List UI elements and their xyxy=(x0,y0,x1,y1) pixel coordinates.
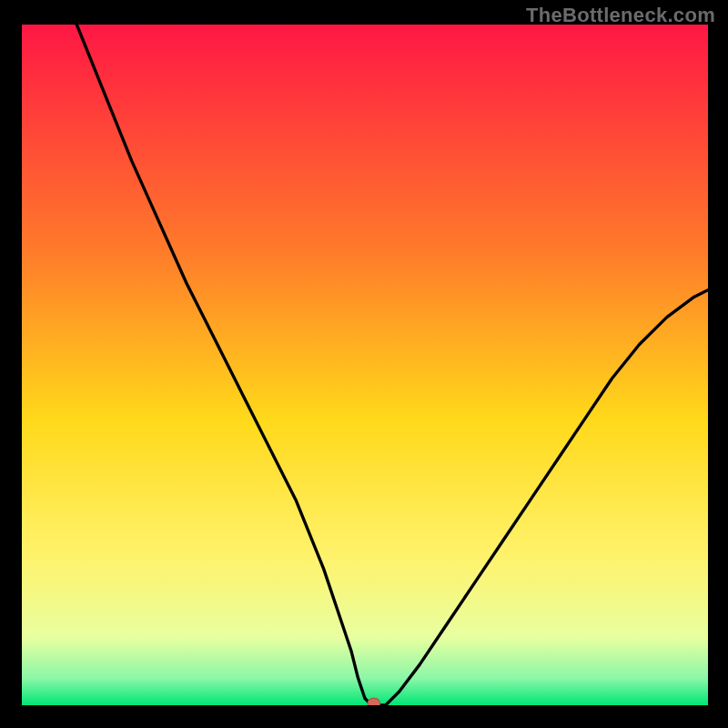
watermark-text: TheBottleneck.com xyxy=(526,4,715,27)
plot-area xyxy=(22,25,708,705)
chart-frame: TheBottleneck.com xyxy=(0,0,728,728)
chart-svg xyxy=(22,25,708,705)
gradient-background xyxy=(22,25,708,705)
marker-dot xyxy=(368,698,380,705)
